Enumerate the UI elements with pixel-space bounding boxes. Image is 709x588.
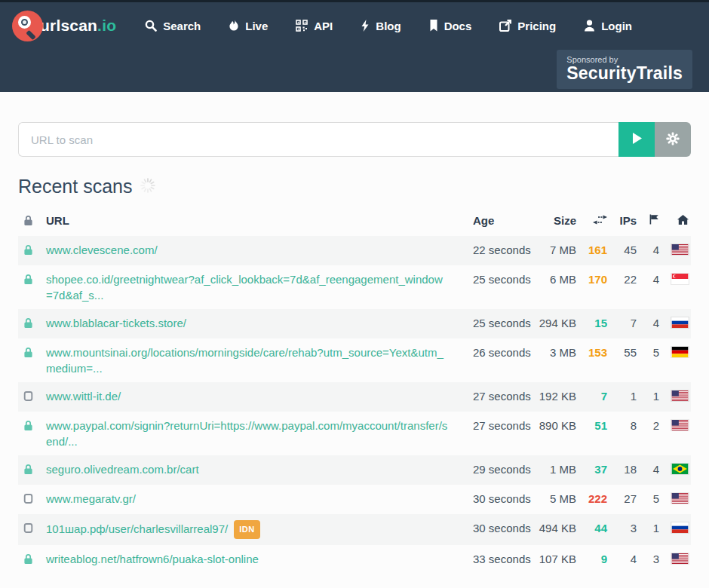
ips-cell: 7 bbox=[607, 315, 637, 331]
flags-cell: 1 bbox=[637, 388, 659, 404]
scan-url-link[interactable]: www.wittl-it.de/ bbox=[46, 390, 121, 403]
recent-scans-title: Recent scans bbox=[18, 176, 132, 198]
age-cell: 27 seconds bbox=[458, 388, 523, 404]
ips-cell: 3 bbox=[607, 520, 637, 536]
recent-scans-table: URL Age Size IPs www.clevescene.com/22 s… bbox=[18, 207, 691, 574]
nav-item-search[interactable]: Search bbox=[145, 20, 201, 32]
age-cell: 30 seconds bbox=[458, 520, 523, 536]
nav-item-docs[interactable]: Docs bbox=[429, 20, 472, 32]
scan-options-button[interactable] bbox=[655, 122, 691, 157]
country-flag-icon bbox=[659, 551, 691, 564]
requests-cell: 170 bbox=[576, 271, 607, 287]
country-flag-icon bbox=[659, 345, 691, 357]
lock-icon bbox=[18, 461, 46, 479]
url-cell: writeablog.net/hatfrown6/puaka-slot-onli… bbox=[46, 551, 458, 567]
url-cell: www.paypal.com/signin?returnUri=https://… bbox=[46, 418, 458, 449]
requests-cell: 9 bbox=[576, 551, 607, 567]
age-cell: 29 seconds bbox=[458, 461, 523, 477]
fire-icon bbox=[229, 20, 239, 32]
qrcode-icon bbox=[296, 20, 308, 32]
size-cell: 192 KB bbox=[523, 388, 576, 404]
gear-icon bbox=[666, 132, 680, 148]
scan-url-link[interactable]: www.blablacar-tickets.store/ bbox=[46, 317, 186, 329]
bookmark-icon bbox=[429, 20, 438, 32]
scan-url-link[interactable]: www.paypal.com/signin?returnUri=https://… bbox=[46, 419, 447, 448]
country-flag-icon bbox=[659, 242, 691, 255]
site-header: urlscan.io Search Live API Blog Docs bbox=[0, 2, 709, 92]
url-scan-input[interactable] bbox=[18, 122, 618, 157]
size-cell: 7 MB bbox=[523, 242, 576, 258]
sponsor-banner[interactable]: Sponsored by SecurityTrails bbox=[557, 50, 692, 89]
scan-url-link[interactable]: 101шар.рф/user/charlesvillarreal97/ bbox=[46, 522, 228, 535]
age-cell: 27 seconds bbox=[458, 418, 523, 433]
scan-url-link[interactable]: www.megaratv.gr/ bbox=[46, 492, 136, 505]
table-row: www.mountsinai.org/locations/morningside… bbox=[18, 338, 691, 382]
ips-cell: 55 bbox=[607, 345, 637, 360]
table-row: www.wittl-it.de/27 seconds192 KB711 bbox=[18, 382, 691, 412]
nav-item-live[interactable]: Live bbox=[229, 20, 268, 32]
external-link-icon bbox=[499, 20, 511, 32]
requests-cell: 44 bbox=[576, 520, 607, 536]
flags-cell: 4 bbox=[637, 461, 659, 477]
search-icon bbox=[145, 20, 157, 32]
age-cell: 22 seconds bbox=[458, 242, 523, 258]
nav-bar: urlscan.io Search Live API Blog Docs bbox=[0, 2, 709, 49]
ips-cell: 1 bbox=[607, 388, 637, 404]
ips-cell: 22 bbox=[607, 271, 637, 287]
brand-logo-link[interactable]: urlscan.io bbox=[12, 11, 116, 41]
play-icon bbox=[632, 133, 642, 146]
country-flag-icon bbox=[659, 271, 691, 284]
ips-cell: 18 bbox=[607, 461, 637, 477]
user-icon bbox=[584, 20, 595, 32]
url-cell: www.mountsinai.org/locations/morningside… bbox=[46, 345, 458, 376]
scan-url-link[interactable]: writeablog.net/hatfrown6/puaka-slot-onli… bbox=[46, 553, 259, 565]
scan-url-link[interactable]: www.mountsinai.org/locations/morningside… bbox=[46, 346, 444, 375]
size-cell: 5 MB bbox=[523, 491, 576, 507]
table-row: www.blablacar-tickets.store/25 seconds29… bbox=[18, 309, 691, 338]
flags-cell: 3 bbox=[637, 551, 659, 567]
requests-column-icon bbox=[576, 213, 607, 228]
unlock-icon bbox=[18, 491, 46, 508]
nav-item-api[interactable]: API bbox=[296, 20, 333, 32]
country-flag-icon bbox=[659, 388, 691, 401]
requests-cell: 37 bbox=[576, 461, 607, 477]
main-content: Recent scans URL Age Size IPs www.cleves… bbox=[18, 122, 691, 588]
url-cell: www.blablacar-tickets.store/ bbox=[46, 315, 458, 331]
age-cell: 33 seconds bbox=[458, 551, 523, 567]
url-cell: www.wittl-it.de/ bbox=[46, 388, 458, 404]
url-cell: seguro.olivedream.com.br/cart bbox=[46, 461, 458, 477]
scan-submit-button[interactable] bbox=[618, 122, 655, 157]
country-flag-icon bbox=[659, 418, 691, 430]
loading-spinner-icon bbox=[140, 177, 156, 197]
scan-form bbox=[18, 122, 691, 157]
bolt-icon bbox=[361, 20, 370, 32]
flags-column-icon bbox=[637, 213, 659, 228]
scan-url-link[interactable]: seguro.olivedream.com.br/cart bbox=[46, 463, 199, 476]
scan-url-link[interactable]: shopee.co.id/greetnightwear?af_click_loo… bbox=[46, 273, 443, 302]
nav-item-blog[interactable]: Blog bbox=[361, 20, 401, 32]
requests-cell: 153 bbox=[576, 345, 607, 360]
age-cell: 25 seconds bbox=[458, 315, 523, 331]
size-cell: 6 MB bbox=[523, 271, 576, 287]
country-flag-icon bbox=[659, 461, 691, 474]
url-cell: www.clevescene.com/ bbox=[46, 242, 458, 258]
lock-icon bbox=[18, 242, 46, 259]
nav-item-login[interactable]: Login bbox=[584, 20, 632, 32]
flags-cell: 4 bbox=[637, 315, 659, 331]
unlock-icon bbox=[18, 520, 46, 537]
requests-cell: 15 bbox=[576, 315, 607, 331]
scan-url-link[interactable]: www.clevescene.com/ bbox=[46, 243, 158, 256]
requests-cell: 222 bbox=[576, 491, 607, 507]
lock-icon bbox=[18, 345, 46, 362]
ips-column-header: IPs bbox=[607, 213, 637, 228]
table-row: shopee.co.id/greetnightwear?af_click_loo… bbox=[18, 265, 691, 309]
requests-cell: 161 bbox=[576, 242, 607, 258]
url-cell: 101шар.рф/user/charlesvillarreal97/IDN bbox=[46, 520, 458, 539]
flags-cell: 4 bbox=[637, 271, 659, 287]
lock-icon bbox=[18, 551, 46, 568]
nav-item-pricing[interactable]: Pricing bbox=[499, 20, 556, 32]
urlscan-logo-icon bbox=[12, 11, 43, 41]
url-column-header: URL bbox=[46, 213, 458, 228]
brand-name: urlscan.io bbox=[40, 17, 116, 35]
ips-cell: 27 bbox=[607, 491, 637, 507]
